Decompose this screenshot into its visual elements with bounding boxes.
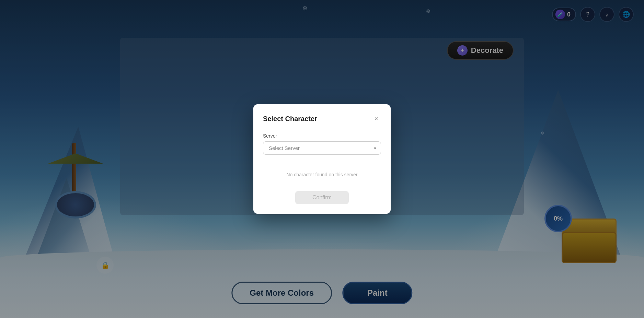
close-icon: × (375, 115, 378, 122)
no-character-message: No character found on this server (263, 155, 381, 191)
modal-header: Select Character × (263, 114, 381, 123)
confirm-button[interactable]: Confirm (295, 191, 349, 204)
server-select-input[interactable]: Select Server (263, 141, 381, 155)
select-character-modal: Select Character × Server Select Server … (253, 104, 391, 214)
server-select-wrapper: Select Server ▾ (263, 141, 381, 155)
modal-title: Select Character (263, 115, 317, 123)
server-label: Server (263, 133, 381, 139)
modal-close-button[interactable]: × (371, 114, 381, 123)
modal-overlay: Select Character × Server Select Server … (0, 0, 644, 318)
